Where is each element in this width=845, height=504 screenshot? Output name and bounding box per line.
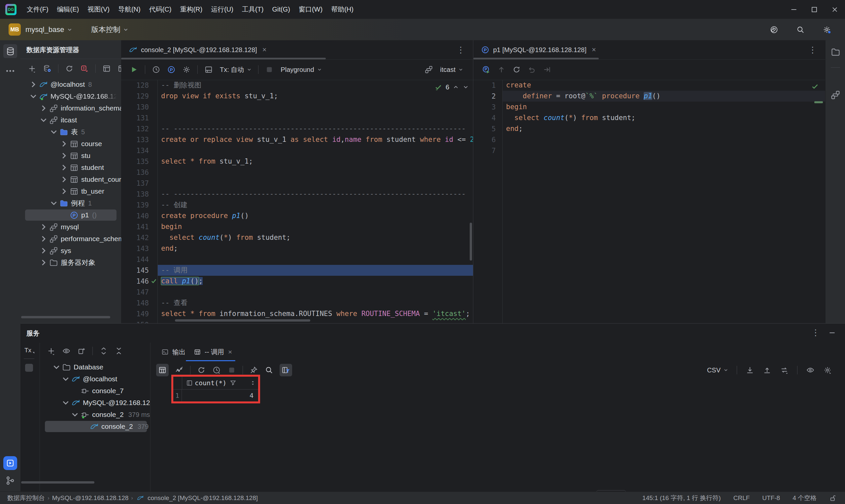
execution-history-button[interactable] [209, 365, 224, 375]
indent-widget[interactable]: 4 个空格 [793, 494, 816, 502]
code-line-128[interactable]: -- 删除视图 [158, 80, 473, 91]
chevron-down-icon[interactable] [49, 127, 59, 137]
structure-stripe-button[interactable] [831, 90, 840, 100]
find-in-grid-button[interactable] [261, 365, 277, 375]
cell-value[interactable]: 4 [182, 392, 258, 399]
tree-item-itcast[interactable]: itcast [20, 114, 121, 126]
tx-mode-select[interactable]: Tx: 自动 [216, 65, 255, 74]
chevron-down-icon[interactable] [39, 115, 49, 125]
tab-result[interactable]: -- 调用 × [193, 343, 232, 361]
code-line-141[interactable]: begin [158, 221, 473, 232]
chevron-right-icon[interactable] [59, 163, 69, 173]
export-format-select[interactable]: CSV [703, 366, 732, 374]
tree-item-student[interactable]: student [20, 162, 121, 174]
code-line-147[interactable] [158, 287, 473, 298]
compare-data-button[interactable] [777, 365, 792, 375]
tab-console-2[interactable]: console_2 [MySQL-@192.168.128.128] × [121, 40, 271, 59]
menu-item[interactable]: 视图(V) [83, 3, 114, 16]
chevron-right-icon[interactable] [59, 151, 69, 161]
tab-options-kebab[interactable]: ⋮ [457, 45, 473, 55]
select-in-editor-button[interactable] [99, 64, 114, 73]
chevron-down-icon[interactable] [29, 91, 38, 101]
tree-item-course[interactable]: course [20, 138, 121, 150]
ai-assistant-button[interactable] [767, 25, 781, 34]
breadcrumb-console[interactable]: console_2 [MySQL-@192.168.128.128] [147, 494, 258, 502]
readonly-lock-icon[interactable] [829, 494, 837, 502]
tab-output[interactable]: 输出 [160, 343, 186, 361]
grid-view-options-button[interactable] [803, 365, 818, 375]
tree-item-console_7[interactable]: console_7 [40, 385, 150, 397]
code-line-6[interactable] [503, 134, 826, 145]
inspections-widget[interactable]: 6 [434, 83, 469, 91]
execute-button[interactable] [126, 65, 142, 74]
code-area[interactable]: 1281291301311321331341351361371381391401… [121, 80, 473, 323]
menu-item[interactable]: 文件(F) [22, 3, 53, 16]
schema-switcher[interactable]: itcast [421, 65, 473, 74]
close-icon[interactable]: × [262, 46, 267, 54]
code-line-3[interactable]: begin [503, 102, 826, 112]
code-line-140[interactable]: create procedure p1() [158, 211, 473, 221]
caret-position-widget[interactable]: 145:1 (16 字符, 1 行 换行符) [642, 494, 721, 502]
code-line-143[interactable]: end; [158, 243, 473, 254]
code-line-148[interactable]: -- 查看 [158, 298, 473, 308]
project-selector[interactable]: mysql_base [25, 25, 73, 34]
code-area[interactable]: 1234567 create definer = root@`%` proced… [473, 80, 826, 323]
import-data-button[interactable] [759, 365, 775, 375]
parameters-button[interactable]: P [164, 65, 179, 74]
close-button[interactable] [825, 0, 845, 19]
tree-item--[interactable]: 表5 [20, 126, 121, 138]
code-line-132[interactable]: -- -------------------------------------… [158, 123, 473, 134]
code-line-131[interactable] [158, 112, 473, 123]
export-data-button[interactable] [742, 365, 758, 375]
chevron-right-icon[interactable] [39, 103, 49, 113]
sort-icon[interactable] [250, 380, 256, 385]
expand-all-button[interactable] [96, 346, 111, 356]
chevron-right-icon[interactable] [39, 258, 49, 268]
tree-item-console_2[interactable]: console_2379 ms [40, 420, 150, 432]
chevron-down-icon[interactable] [70, 410, 80, 419]
tree-item--[interactable]: 服务器对象 [20, 257, 121, 269]
add-service-button[interactable] [43, 346, 59, 356]
tab-p1[interactable]: P p1 [MySQL-@192.168.128.128] × [473, 40, 601, 59]
code-line-139[interactable]: -- 创建 [158, 200, 473, 211]
menu-item[interactable]: 编辑(E) [53, 3, 84, 16]
tree-item-@localhost[interactable]: @localhost8 [20, 78, 121, 90]
code-line-4[interactable]: select count(*) from student; [503, 112, 826, 123]
menu-item[interactable]: 帮助(H) [327, 3, 358, 16]
horizontal-scrollbar[interactable] [21, 481, 94, 484]
chevron-down-icon[interactable] [52, 362, 61, 372]
tx-mode-button[interactable]: Tx [24, 347, 31, 354]
code-line-7[interactable] [503, 145, 826, 156]
code-line-146[interactable]: call p1(); [158, 276, 473, 287]
git-stripe-button[interactable] [5, 475, 15, 486]
code-line-1[interactable]: create [503, 80, 826, 91]
code-line-130[interactable] [158, 102, 473, 112]
jump-to-console-button[interactable] [539, 65, 554, 74]
navigate-declaration-button[interactable] [494, 65, 509, 74]
menu-item[interactable]: 窗口(W) [295, 3, 327, 16]
chevron-right-icon[interactable] [39, 246, 49, 256]
database-explorer-stripe-button[interactable] [3, 44, 17, 58]
more-tool-windows-button[interactable] [5, 66, 15, 76]
code-line-129[interactable]: drop view if exists stu_v_1; [158, 91, 473, 102]
rollback-button[interactable] [524, 65, 539, 74]
tree-item-mysql-@192.168.128.128[interactable]: MySQL-@192.168.128.128 [20, 90, 121, 102]
code-line-149[interactable]: select * from information_schema.ROUTINE… [158, 308, 473, 319]
horizontal-scrollbar[interactable] [175, 319, 310, 322]
tree-item-mysql-@192.168.128.128[interactable]: MySQL-@192.168.128.128 [40, 397, 150, 409]
grid-view-settings-button[interactable] [277, 364, 295, 376]
view-options-button[interactable] [59, 346, 74, 356]
table-view-button[interactable] [153, 364, 172, 376]
code-line-142[interactable]: select count(*) from student; [158, 232, 473, 243]
collapse-all-button[interactable] [111, 346, 126, 356]
tree-item-sys[interactable]: sys [20, 245, 121, 257]
code-line-144[interactable] [158, 254, 473, 265]
tree-item-information_schema[interactable]: information_schema [20, 102, 121, 114]
close-icon[interactable]: × [592, 46, 596, 54]
new-datasource-button[interactable] [24, 64, 40, 73]
menu-item[interactable]: 导航(N) [114, 3, 145, 16]
disconnect-button[interactable] [77, 64, 92, 73]
menu-item[interactable]: Git(G) [268, 4, 295, 15]
tree-item-stu[interactable]: stu [20, 150, 121, 162]
tree-item-tb_user[interactable]: tb_user [20, 185, 121, 197]
